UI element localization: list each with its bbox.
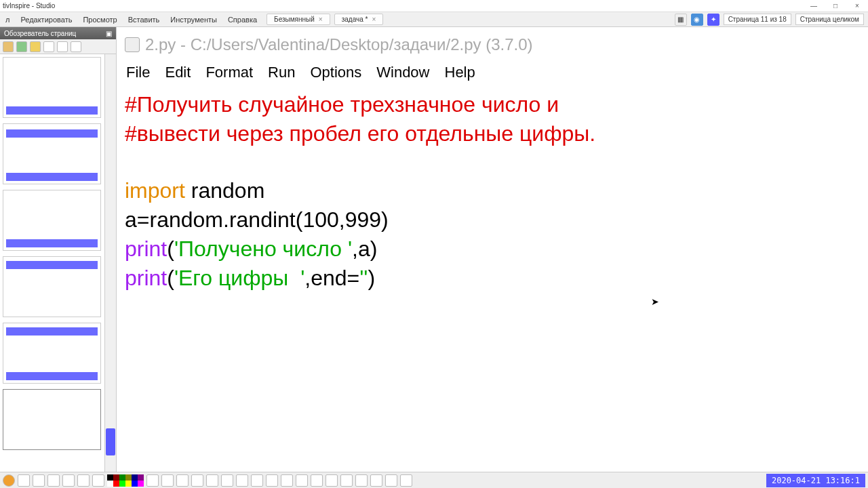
tab-zadacha[interactable]: задача * ×: [334, 14, 384, 25]
fill-tool-icon[interactable]: [221, 474, 233, 487]
page-thumbnail[interactable]: [3, 256, 101, 317]
toolbar-icon[interactable]: ▦: [675, 14, 687, 26]
activinspire-icon[interactable]: [3, 474, 15, 487]
page-browser-sidebar: Обозреватель страниц ▣: [0, 27, 117, 472]
toolbar-button[interactable]: [340, 474, 353, 487]
text-tool-icon[interactable]: [266, 474, 278, 487]
select-tool-icon[interactable]: [161, 474, 174, 487]
toolbar-button[interactable]: [311, 474, 323, 487]
code-text: (: [167, 266, 174, 290]
code-text: ): [368, 266, 375, 290]
tab-close-icon[interactable]: ×: [319, 16, 323, 23]
tab-label: задача *: [342, 16, 368, 23]
idle-menu-format[interactable]: Format: [205, 64, 253, 81]
tab-label: Безымянный: [274, 16, 315, 23]
page-indicator: Страница 11 из 18: [724, 14, 791, 25]
file-title: 2.py - C:/Users/Valentina/Desktop/задачи…: [145, 35, 533, 54]
python-file-icon: [125, 37, 140, 52]
code-area[interactable]: #Получить случайное трехзначное число и …: [117, 84, 868, 300]
minimize-button[interactable]: —: [804, 1, 823, 11]
app-title: tivInspire - Studio: [3, 2, 55, 9]
view-mode[interactable]: Страница целиком: [795, 14, 864, 25]
sidebar-toolbar: [0, 39, 116, 54]
menu-file[interactable]: л: [0, 16, 15, 24]
thumbnail-list[interactable]: [0, 54, 116, 472]
code-text: ,a): [352, 237, 377, 261]
shape-tool-icon[interactable]: [236, 474, 248, 487]
sidebar-header: Обозреватель страниц ▣: [0, 27, 116, 39]
eraser-tool-icon[interactable]: [206, 474, 218, 487]
code-comment: #Получить случайное трехзначное число и: [125, 92, 559, 117]
idle-menu-file[interactable]: File: [126, 64, 150, 81]
toolbar-button[interactable]: [400, 474, 412, 487]
code-text: ,end=: [304, 266, 359, 290]
page-thumbnail[interactable]: [3, 123, 101, 184]
menu-view[interactable]: Просмотр: [77, 16, 122, 24]
toolbar-button[interactable]: [18, 474, 30, 487]
bottom-toolbar: 2020-04-21 13:16:1: [0, 472, 868, 488]
code-builtin: print: [125, 237, 167, 261]
close-button[interactable]: ×: [848, 1, 867, 11]
page-thumbnail-active[interactable]: [3, 389, 101, 450]
toolbar-button[interactable]: [296, 474, 308, 487]
code-text: random: [185, 178, 264, 203]
tool-icon[interactable]: [71, 41, 81, 52]
page-thumbnail[interactable]: [3, 190, 101, 251]
sidebar-pin-icon[interactable]: ▣: [106, 30, 112, 37]
tab-untitled[interactable]: Безымянный ×: [267, 14, 330, 25]
tab-close-icon[interactable]: ×: [372, 16, 376, 23]
idle-menu-help[interactable]: Help: [445, 64, 475, 81]
code-keyword: import: [125, 178, 185, 203]
idle-menubar: File Edit Format Run Options Window Help: [117, 57, 868, 84]
toolbar-button[interactable]: [146, 474, 159, 487]
menu-edit[interactable]: Редактировать: [15, 16, 77, 24]
home-icon[interactable]: [3, 41, 14, 52]
idle-menu-window[interactable]: Window: [376, 64, 429, 81]
page-thumbnail[interactable]: [3, 57, 101, 118]
toolbar-button[interactable]: [326, 474, 338, 487]
toolbar-button[interactable]: [92, 474, 104, 487]
code-text: (: [167, 237, 174, 261]
highlighter-tool-icon[interactable]: [191, 474, 203, 487]
idle-menu-options[interactable]: Options: [310, 64, 361, 81]
code-string: '': [359, 266, 368, 290]
color-palette[interactable]: [107, 474, 144, 487]
toolbar-button[interactable]: [77, 474, 90, 487]
code-comment: #вывести через пробел его отдельные цифр…: [125, 121, 595, 146]
pen-tool-icon[interactable]: [176, 474, 189, 487]
menu-tools[interactable]: Инструменты: [165, 16, 222, 24]
idle-menu-run[interactable]: Run: [268, 64, 295, 81]
promethean-icon[interactable]: ✦: [707, 14, 719, 26]
scrollbar-thumb[interactable]: [106, 428, 115, 455]
toolbar-button[interactable]: [370, 474, 382, 487]
code-string: 'Получено число ': [174, 237, 352, 261]
code-string: 'Его цифры ': [174, 266, 304, 290]
maximize-button[interactable]: □: [826, 1, 845, 11]
page-thumbnail[interactable]: [3, 323, 101, 384]
toolbar-button[interactable]: [47, 474, 60, 487]
toolbar-button[interactable]: [33, 474, 45, 487]
main-menubar: л Редактировать Просмотр Вставить Инстру…: [0, 12, 868, 27]
menu-insert[interactable]: Вставить: [123, 16, 165, 24]
tool-icon[interactable]: [43, 41, 54, 52]
snapshot-icon[interactable]: ◉: [691, 14, 703, 26]
tool-icon[interactable]: [57, 41, 68, 52]
sidebar-title: Обозреватель страниц: [4, 30, 76, 37]
menu-help[interactable]: Справка: [222, 16, 262, 24]
connector-tool-icon[interactable]: [251, 474, 263, 487]
idle-menu-edit[interactable]: Edit: [165, 64, 191, 81]
toolbar-button[interactable]: [62, 474, 75, 487]
sidebar-scrollbar[interactable]: [104, 54, 116, 472]
idle-editor: 2.py - C:/Users/Valentina/Desktop/задачи…: [117, 27, 868, 472]
toolbar-button[interactable]: [385, 474, 397, 487]
sticky-icon[interactable]: [30, 41, 41, 52]
toolbar-button[interactable]: [355, 474, 368, 487]
window-titlebar: tivInspire - Studio — □ ×: [0, 0, 868, 12]
notes-icon[interactable]: [16, 41, 27, 52]
code-text: a=random.randint(100,999): [125, 207, 389, 232]
code-builtin: print: [125, 266, 167, 290]
timestamp: 2020-04-21 13:16:1: [766, 474, 865, 487]
toolbar-button[interactable]: [281, 474, 293, 487]
